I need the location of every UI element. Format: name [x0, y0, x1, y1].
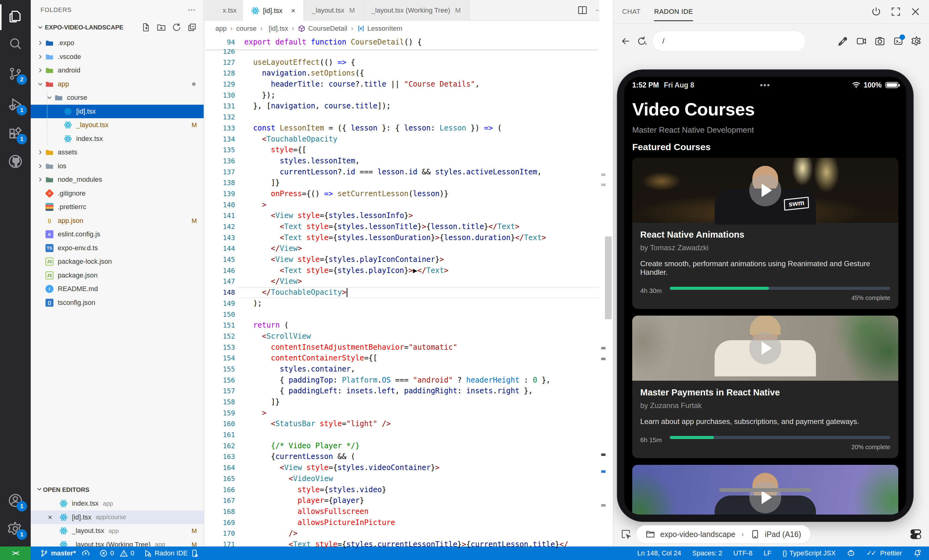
screenshot-camera-icon[interactable]	[874, 36, 885, 47]
code-line[interactable]: 161	[204, 430, 599, 441]
breadcrumb-item[interactable]: CourseDetail	[308, 24, 347, 32]
code-line[interactable]: 133 const LessonItem = ({ lesson }: { le…	[204, 123, 599, 134]
notifications-bell-icon[interactable]	[913, 549, 921, 557]
language-mode[interactable]: {}TypeScript JSX	[782, 549, 835, 557]
tree-item[interactable]: .prettierrc	[31, 200, 204, 214]
tree-item[interactable]: node_modules	[31, 173, 204, 187]
tree-item[interactable]: {}app.jsonM	[31, 214, 204, 228]
code-line[interactable]: 129 headerTitle: course?.title || "Cours…	[204, 79, 599, 90]
code-line[interactable]: 150	[204, 309, 599, 320]
code-line[interactable]: 167 player={player}	[204, 495, 599, 506]
panel-settings-gear-icon[interactable]	[911, 36, 922, 47]
remote-indicator[interactable]: ><	[0, 546, 31, 560]
code-line[interactable]: 128 navigation.setOptions({	[204, 68, 599, 79]
tab--id-tsx[interactable]: [id].tsx×	[243, 0, 304, 21]
search-icon[interactable]	[6, 34, 25, 53]
code-line[interactable]: 159 >	[204, 408, 599, 419]
code-line[interactable]: 157 { paddingLeft: insets.left, paddingR…	[204, 386, 599, 397]
open-editor-item[interactable]: _layout.tsx (Working Tree)appM	[31, 538, 204, 547]
code-line[interactable]: 163 {currentLesson && (	[204, 451, 599, 462]
eol[interactable]: LF	[763, 549, 771, 557]
play-button-icon[interactable]	[749, 174, 781, 206]
code-line[interactable]: 134 <TouchableOpacity	[204, 134, 599, 145]
power-icon[interactable]	[871, 6, 882, 17]
open-editor-item[interactable]: index.tsxapp	[31, 497, 204, 511]
code-line[interactable]: 139 onPress={() => setCurrentLesson(less…	[204, 188, 599, 200]
tab--layout-tsx-Working-Tree-[interactable]: _layout.tsx (Working Tree)M	[363, 0, 469, 21]
code-line[interactable]: 146 <Text style={styles.playIcon}>▶</Tex…	[204, 265, 599, 276]
code-line[interactable]: 136 styles.lessonItem,	[204, 156, 599, 167]
tree-item[interactable]: [id].tsx	[31, 105, 204, 118]
code-line[interactable]: 140 >	[204, 200, 599, 211]
code-line[interactable]: 141 <View style={styles.lessonInfo}>	[204, 210, 599, 221]
collapse-all-icon[interactable]	[187, 22, 197, 32]
code-line[interactable]: 156 { paddingTop: Platform.OS === "andro…	[204, 375, 599, 386]
tree-item[interactable]: Y.gitignore	[31, 187, 204, 200]
accounts-icon[interactable]: 1	[6, 491, 25, 510]
git-branch-item[interactable]: master*	[40, 549, 90, 557]
breadcrumb-item[interactable]: app	[215, 24, 227, 32]
code-line[interactable]: 144 </View>	[204, 243, 599, 254]
close-icon[interactable]	[910, 6, 921, 17]
workspace-section-header[interactable]: EXPO-VIDEO-LANDSCAPE	[31, 20, 204, 35]
folders-more-actions[interactable]: ⋯	[188, 5, 196, 15]
code-line[interactable]: 168 allowsFullscreen	[204, 506, 599, 517]
radon-ide-status-item[interactable]: Radon IDE	[144, 549, 199, 557]
code-line[interactable]: 143 <Text style={styles.lessonDuration}>…	[204, 233, 599, 243]
breadcrumb-item[interactable]: [id].tsx	[268, 24, 288, 32]
device-screen[interactable]: 1:52 PM Fri Aug 8 ••• 100% Video Courses…	[624, 77, 906, 514]
code-line[interactable]: 154 contentContainerStyle={[	[204, 353, 599, 364]
indentation[interactable]: Spaces: 2	[692, 549, 722, 557]
tab-radon-ide[interactable]: RADON IDE	[654, 0, 693, 24]
code-line[interactable]: 151 return (	[204, 320, 599, 331]
tree-item[interactable]: eeslint.config.js	[31, 228, 204, 241]
code-line[interactable]: 131 }, [navigation, course.title]);	[204, 101, 599, 112]
course-card[interactable]: swmReact Native Animationsby Tomasz Zawa…	[632, 158, 898, 309]
code-line[interactable]: 127 useLayoutEffect(() => {	[204, 57, 599, 68]
code-line[interactable]: 165 <VideoView	[204, 473, 599, 485]
code-line[interactable]: 142 <Text style={styles.lessonTitle}>{le…	[204, 221, 599, 233]
code-line[interactable]: 149 );	[204, 298, 599, 309]
code-line[interactable]: 138 ]}	[204, 177, 599, 188]
expand-icon[interactable]	[890, 6, 901, 17]
reload-icon[interactable]	[636, 36, 647, 47]
extensions-icon[interactable]: 1	[6, 124, 25, 142]
problems-item[interactable]: 0 0	[99, 549, 135, 557]
play-button-icon[interactable]	[749, 481, 781, 513]
tree-item[interactable]: JSpackage-lock.json	[31, 255, 204, 269]
code-line[interactable]: 170 />	[204, 528, 599, 539]
tab-x-tsx[interactable]: x.tsx	[204, 0, 243, 21]
code-line[interactable]: 158 ]}	[204, 397, 599, 408]
explorer-icon[interactable]	[6, 8, 25, 26]
tree-item[interactable]: {}tsconfig.json	[31, 296, 204, 310]
tree-item[interactable]: ios	[31, 159, 204, 173]
tree-item[interactable]: index.tsx	[31, 132, 204, 146]
new-file-icon[interactable]	[141, 22, 151, 32]
split-editor-icon[interactable]	[577, 5, 588, 15]
breadcrumb[interactable]: app›course›[id].tsx›CourseDetail›LessonI…	[204, 21, 613, 36]
device-settings-toggles-icon[interactable]	[909, 528, 922, 541]
dev-tools-icon[interactable]	[837, 36, 849, 47]
code-line[interactable]: 147 </View>	[204, 276, 599, 287]
code-line[interactable]: 162 {/* Video Player */}	[204, 441, 599, 451]
open-editors-header[interactable]: OPEN EDITORS	[31, 483, 204, 497]
editor-scrollbar[interactable]	[599, 0, 613, 546]
screen-record-icon[interactable]	[856, 36, 867, 47]
sticky-scroll-line[interactable]: 94export default function CourseDetail()…	[204, 36, 599, 49]
back-icon[interactable]	[620, 36, 631, 47]
code-line[interactable]: 135 style={[	[204, 145, 599, 156]
code-line[interactable]: 166 style={styles.video}	[204, 485, 599, 496]
code-line[interactable]: 132	[204, 112, 599, 123]
tree-item[interactable]: .vscode	[31, 50, 204, 64]
code-line[interactable]: 155 styles.container,	[204, 364, 599, 375]
code-line[interactable]: 130 });	[204, 90, 599, 101]
tree-item[interactable]: app	[31, 77, 204, 91]
tree-item[interactable]: iREADME.md	[31, 282, 204, 296]
tree-item[interactable]: course	[31, 91, 204, 105]
code-line[interactable]: 160 <StatusBar style="light" />	[204, 418, 599, 430]
tree-item[interactable]: JSpackage.json	[31, 269, 204, 283]
device-selector[interactable]: expo-video-landscape › iPad (A16)	[636, 525, 810, 543]
tab--layout-tsx[interactable]: _layout.tsxM	[304, 0, 364, 21]
tree-item[interactable]: android	[31, 64, 204, 77]
run-debug-icon[interactable]: 1	[6, 95, 25, 113]
